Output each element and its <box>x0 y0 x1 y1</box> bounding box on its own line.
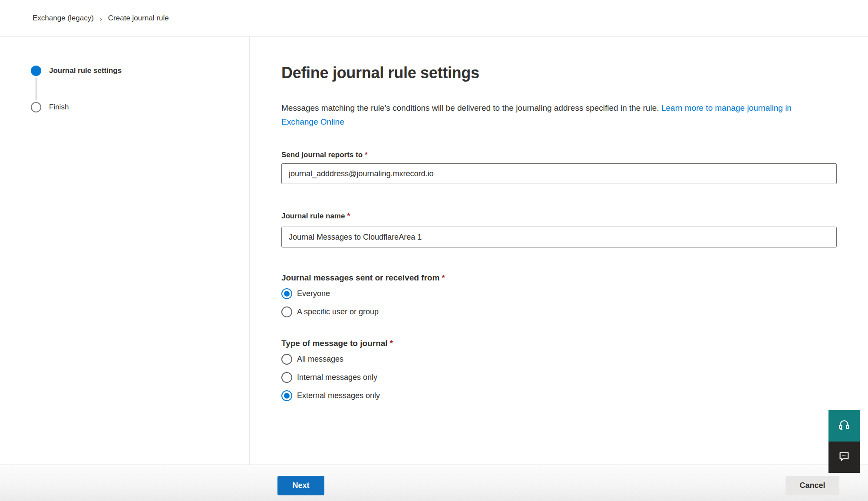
feedback-button[interactable] <box>828 442 860 473</box>
required-asterisk: * <box>347 212 350 220</box>
breadcrumb-exchange-legacy[interactable]: Exchange (legacy) <box>33 14 94 23</box>
radio-all-messages[interactable]: All messages <box>281 353 868 365</box>
label-text: Journal messages sent or received from <box>281 273 439 282</box>
journal-rule-name-label: Journal rule name* <box>281 212 868 221</box>
description-text: Messages matching the rule's conditions … <box>281 101 816 129</box>
wizard-step-finish[interactable]: Finish <box>31 102 249 113</box>
wizard-step-label: Journal rule settings <box>49 66 122 75</box>
inactive-step-circle-icon <box>31 102 41 112</box>
label-text: Type of message to journal <box>281 339 388 348</box>
next-button[interactable]: Next <box>277 476 324 495</box>
page-title: Define journal rule settings <box>281 64 868 82</box>
main-panel: Define journal rule settings Messages ma… <box>250 37 868 465</box>
radio-button-icon[interactable] <box>281 288 292 299</box>
step-connector-line <box>36 78 36 100</box>
active-step-dot-icon <box>31 66 41 76</box>
radio-button-icon[interactable] <box>281 354 292 365</box>
chevron-right-icon: › <box>100 13 102 23</box>
radio-label: Internal messages only <box>297 373 377 382</box>
description-static: Messages matching the rule's conditions … <box>281 103 661 112</box>
radio-label: All messages <box>297 355 343 364</box>
journal-messages-scope-label: Journal messages sent or received from* <box>281 273 868 283</box>
action-bar: Next Cancel <box>0 465 868 501</box>
radio-label: External messages only <box>297 391 380 400</box>
radio-external-messages-only[interactable]: External messages only <box>281 390 868 401</box>
radio-everyone[interactable]: Everyone <box>281 288 868 299</box>
wizard-step-journal-rule-settings[interactable]: Journal rule settings <box>31 65 249 76</box>
cancel-button[interactable]: Cancel <box>785 476 839 495</box>
breadcrumb: Exchange (legacy) › Create journal rule <box>0 0 868 37</box>
required-asterisk: * <box>442 273 445 282</box>
journal-rule-name-input[interactable] <box>281 227 837 247</box>
label-text: Journal rule name <box>281 212 345 220</box>
help-button[interactable] <box>828 410 860 442</box>
radio-label: A specific user or group <box>297 307 379 316</box>
label-text: Send journal reports to <box>281 151 363 159</box>
radio-label: Everyone <box>297 289 330 298</box>
required-asterisk: * <box>390 339 393 348</box>
radio-button-icon[interactable] <box>281 307 292 317</box>
wizard-steps-panel: Journal rule settings Finish <box>0 37 250 465</box>
required-asterisk: * <box>365 151 368 159</box>
side-utility-buttons <box>828 410 860 473</box>
chat-icon <box>838 450 851 465</box>
type-of-message-label: Type of message to journal* <box>281 339 868 348</box>
radio-internal-messages-only[interactable]: Internal messages only <box>281 372 868 383</box>
breadcrumb-create-journal-rule: Create journal rule <box>108 14 169 23</box>
radio-specific-user-or-group[interactable]: A specific user or group <box>281 306 868 317</box>
wizard-step-label: Finish <box>49 103 69 112</box>
send-journal-reports-label: Send journal reports to* <box>281 151 868 159</box>
send-journal-reports-input[interactable] <box>281 163 837 184</box>
radio-button-icon[interactable] <box>281 372 292 383</box>
radio-button-icon[interactable] <box>281 390 292 401</box>
headset-icon <box>838 419 851 433</box>
